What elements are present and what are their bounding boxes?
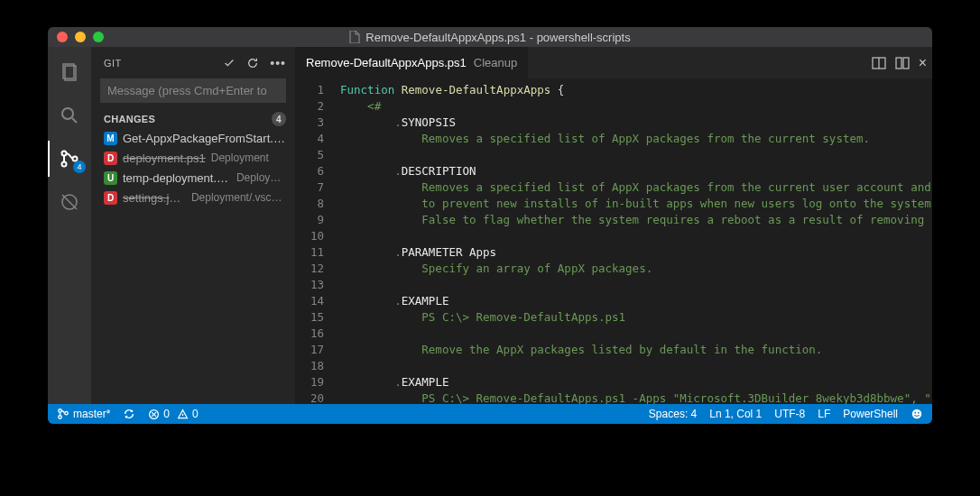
sync-icon	[123, 408, 135, 420]
show-diff-icon[interactable]	[895, 56, 910, 70]
more-icon[interactable]: •••	[270, 56, 286, 70]
svg-point-15	[65, 411, 69, 415]
branch-icon	[57, 408, 69, 420]
error-count: 0	[163, 408, 170, 420]
minimize-window-button[interactable]	[75, 32, 86, 42]
changes-label: CHANGES	[104, 114, 155, 124]
cursor-position[interactable]: Ln 1, Col 1	[709, 408, 762, 420]
activitybar: 4	[48, 47, 91, 404]
change-row[interactable]: Utemp-deployment.ps1Deploym...	[91, 168, 295, 188]
sidebar-header: GIT •••	[91, 47, 295, 78]
window-title: Remove-DefaultAppxApps.ps1 - powershell-…	[48, 31, 932, 44]
svg-point-22	[918, 412, 920, 414]
sidebar-scm: GIT ••• CHANGES 4 MGet-AppxPackageFr	[91, 47, 295, 404]
svg-rect-12	[903, 58, 909, 69]
branch-name: master*	[73, 408, 110, 420]
svg-point-4	[62, 152, 67, 156]
language-indicator[interactable]: PowerShell	[843, 408, 898, 420]
main-area: 4 GIT •••	[48, 47, 932, 404]
eol-indicator[interactable]: LF	[818, 408, 830, 420]
encoding-indicator[interactable]: UTF-8	[774, 408, 805, 420]
change-filename: settings.json	[123, 191, 186, 205]
activity-scm[interactable]: 4	[48, 141, 91, 177]
change-filename: Get-AppxPackageFromStart.ps1 ...	[123, 132, 286, 145]
svg-point-21	[914, 412, 916, 414]
warning-count: 0	[192, 408, 199, 420]
sidebar-actions: •••	[223, 56, 286, 70]
line-number-gutter: 1234567891011121314151617181920	[295, 82, 340, 404]
change-filename: temp-deployment.ps1	[123, 171, 231, 185]
tab-crumb: Cleanup	[474, 56, 517, 69]
problems-indicator[interactable]: 0 0	[148, 408, 198, 420]
traffic-lights	[48, 32, 104, 42]
indentation-indicator[interactable]: Spaces: 4	[649, 408, 697, 420]
activity-explorer[interactable]	[48, 54, 91, 90]
activity-search[interactable]	[48, 97, 91, 133]
statusbar: master* 0 0 Spaces: 4 Ln 1, Col 1	[48, 404, 932, 424]
change-path: Deploym...	[236, 171, 286, 184]
refresh-icon[interactable]	[246, 57, 259, 69]
svg-point-14	[59, 416, 62, 419]
svg-point-20	[912, 409, 922, 419]
activity-debug[interactable]	[48, 184, 91, 220]
change-row[interactable]: Dsettings.jsonDeployment/.vscode	[91, 188, 295, 207]
editor[interactable]: 1234567891011121314151617181920 Function…	[295, 78, 932, 404]
maximize-window-button[interactable]	[93, 32, 104, 42]
editor-tab[interactable]: Remove-DefaultAppxApps.ps1 Cleanup	[295, 47, 528, 78]
file-icon	[349, 31, 360, 43]
change-list: MGet-AppxPackageFromStart.ps1 ...Ddeploy…	[91, 128, 295, 207]
feedback-icon[interactable]	[911, 408, 923, 420]
change-path: Deployment/.vscode	[191, 191, 286, 204]
sidebar-title: GIT	[104, 58, 122, 69]
close-editor-icon[interactable]: ×	[919, 55, 927, 71]
status-letter: D	[104, 152, 117, 165]
change-path: Deployment	[211, 152, 269, 164]
changes-header[interactable]: CHANGES 4	[91, 110, 295, 128]
scm-badge: 4	[73, 161, 86, 173]
commit-box	[100, 78, 286, 103]
status-letter: D	[104, 191, 117, 205]
commit-icon[interactable]	[223, 57, 236, 69]
commit-message-input[interactable]	[100, 78, 286, 103]
change-filename: deployment.ps1	[123, 152, 206, 165]
svg-point-13	[59, 409, 62, 413]
tab-filename: Remove-DefaultAppxApps.ps1	[306, 56, 467, 69]
error-icon	[148, 409, 160, 420]
tabbar: Remove-DefaultAppxApps.ps1 Cleanup ×	[295, 47, 932, 78]
svg-point-2	[62, 108, 73, 119]
sync-button[interactable]	[123, 408, 135, 420]
svg-line-3	[72, 118, 77, 123]
change-row[interactable]: Ddeployment.ps1Deployment	[91, 148, 295, 168]
editor-group: Remove-DefaultAppxApps.ps1 Cleanup × 123…	[295, 47, 932, 404]
statusbar-right: Spaces: 4 Ln 1, Col 1 UTF-8 LF PowerShel…	[649, 408, 923, 420]
statusbar-left: master* 0 0	[57, 408, 199, 420]
change-row[interactable]: MGet-AppxPackageFromStart.ps1 ...	[91, 128, 295, 148]
svg-rect-11	[896, 58, 901, 69]
titlebar: Remove-DefaultAppxApps.ps1 - powershell-…	[48, 27, 932, 47]
tab-actions: ×	[872, 55, 927, 71]
status-letter: U	[104, 171, 117, 185]
code-content[interactable]: Function Remove-DefaultAppxApps { <# .SY…	[340, 82, 932, 404]
split-editor-icon[interactable]	[872, 56, 886, 70]
svg-point-5	[62, 162, 67, 167]
changes-count-badge: 4	[272, 112, 286, 126]
close-window-button[interactable]	[57, 32, 68, 42]
warning-icon	[177, 409, 189, 420]
branch-indicator[interactable]: master*	[57, 408, 110, 420]
window-title-text: Remove-DefaultAppxApps.ps1 - powershell-…	[365, 31, 630, 44]
status-letter: M	[104, 132, 117, 145]
vscode-window: Remove-DefaultAppxApps.ps1 - powershell-…	[48, 27, 932, 424]
